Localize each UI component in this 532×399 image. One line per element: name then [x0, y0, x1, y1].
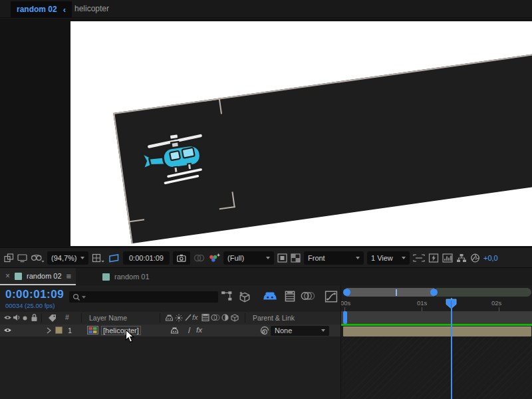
layer-duration-bar[interactable] [343, 327, 531, 336]
solo-icon[interactable] [23, 316, 27, 321]
chevron-down-icon [321, 329, 325, 332]
search-input[interactable] [69, 291, 218, 303]
resolution-value: (Full) [227, 254, 244, 262]
graph-editor-icon[interactable] [325, 291, 338, 303]
snapshot-button[interactable] [173, 251, 190, 265]
view-count-value: 1 View [371, 254, 393, 262]
stacked-frames-icon[interactable] [4, 253, 14, 263]
column-divider [81, 313, 82, 323]
adjustment-layer-switch-icon[interactable] [221, 314, 229, 321]
view-count-select[interactable]: 1 View [367, 251, 410, 265]
helicopter-artwork[interactable] [136, 125, 215, 196]
view-layout-3d-select[interactable]: Front [304, 251, 364, 265]
mini-flowchart-icon[interactable] [456, 253, 467, 263]
chevron-right-icon[interactable] [47, 327, 51, 334]
channel-rgb-icon[interactable] [208, 253, 220, 263]
layer-index: 1 [68, 327, 72, 334]
timeline-empty-area[interactable] [341, 336, 532, 399]
magnifier-icon [72, 293, 80, 301]
composition-canvas[interactable] [70, 21, 532, 246]
layer-row-helicopter[interactable]: 1 [helicopter] / fx None [0, 325, 341, 336]
panel-menu-icon[interactable]: ≡ [66, 271, 71, 281]
comp-mini-flowchart-icon[interactable] [221, 291, 233, 301]
draft-3d-icon[interactable] [238, 291, 251, 303]
tab-random-02[interactable]: random 02 ‹ [11, 1, 72, 17]
pick-whip-icon[interactable] [260, 326, 269, 335]
layer-label-color-swatch[interactable] [55, 327, 63, 334]
close-icon[interactable]: × [5, 271, 10, 281]
time-navigator-track[interactable] [343, 288, 531, 297]
navigator-end-handle-icon[interactable] [430, 289, 438, 296]
pixel-aspect-icon[interactable] [428, 253, 439, 263]
work-area-bar[interactable] [341, 311, 532, 324]
work-area-start-handle-icon[interactable] [343, 311, 347, 324]
label-tag-icon[interactable] [48, 314, 57, 322]
selection-corner-icon[interactable] [204, 98, 222, 116]
timeline-graph-area: 0:00s 01s 02s [341, 285, 532, 399]
fit-frame-icon[interactable] [413, 253, 425, 263]
frame-blend-icon[interactable] [284, 291, 296, 302]
exposure-offset-value[interactable]: +0,0 [483, 254, 498, 262]
preview-timecode[interactable]: 0:00:01:09 [123, 251, 170, 265]
resolution-select[interactable]: (Full) [223, 251, 274, 265]
viewer-toolbar: (94,7%) 0:00:01:09 (Full) [0, 247, 532, 267]
index-column-header[interactable]: # [65, 313, 69, 321]
playhead-line[interactable] [451, 298, 452, 399]
parent-select[interactable]: None [271, 326, 329, 336]
transparency-grid-icon[interactable] [277, 253, 287, 263]
column-divider [160, 313, 160, 323]
collapse-transformations-icon[interactable] [175, 314, 183, 322]
chevron-down-icon [266, 257, 270, 259]
layer-columns-header: # Layer Name fx [0, 312, 341, 325]
frame-counter: 00034 (25.00 fps) [5, 302, 55, 309]
time-navigator-visible-range[interactable] [346, 288, 434, 297]
eye-icon[interactable] [3, 314, 12, 321]
parent-link-column-header[interactable]: Parent & Link [253, 314, 295, 322]
checkerboard-icon[interactable] [291, 253, 301, 263]
three-d-switch-icon[interactable] [231, 314, 239, 322]
magnification-select[interactable]: (94,7%) [47, 251, 88, 265]
layer-visibility-eye-icon[interactable] [3, 327, 12, 334]
navigator-start-handle-icon[interactable] [343, 289, 350, 296]
lock-icon[interactable] [31, 313, 38, 322]
layer-shy-switch-icon[interactable] [170, 327, 179, 334]
playhead-icon[interactable] [446, 299, 457, 309]
layer-fx-switch[interactable]: fx [196, 326, 202, 334]
layer-name-column-header[interactable]: Layer Name [89, 314, 127, 322]
grid-options-icon[interactable] [92, 253, 105, 263]
cached-frames-indicator [341, 324, 532, 326]
motion-blur-icon[interactable] [301, 291, 315, 301]
timeline-tab-random-02[interactable]: × random 02 ≡ [0, 268, 76, 285]
tab-overflow-chevron-icon[interactable]: ‹ [63, 5, 66, 15]
viewer-tab-bar: random 02 ‹ helicopter [0, 0, 532, 18]
quality-switch-icon[interactable] [185, 314, 192, 321]
motion-blur-switch-icon[interactable] [211, 314, 220, 321]
tab-helicopter[interactable]: helicopter [74, 4, 109, 13]
pane-divider[interactable] [340, 285, 341, 399]
speaker-icon[interactable] [13, 314, 21, 321]
layer-thumbnail-icon[interactable] [87, 326, 98, 334]
selection-corner-icon[interactable] [126, 204, 144, 222]
mouse-cursor-icon [125, 329, 136, 344]
exposure-histogram-icon[interactable] [442, 253, 453, 263]
shy-layers-icon[interactable] [262, 291, 278, 301]
chevron-down-icon [402, 257, 406, 259]
stereo-glasses-icon[interactable] [31, 253, 44, 263]
comp-icon [15, 273, 22, 280]
monitor-icon[interactable] [17, 253, 27, 263]
timeline-tab-bar: × random 02 ≡ random 01 [0, 268, 532, 285]
timeline-tab-random-01[interactable]: random 01 [97, 268, 155, 285]
search-options-chevron-icon[interactable] [82, 296, 86, 299]
time-navigator-remainder[interactable] [436, 288, 531, 297]
selection-corner-icon[interactable] [217, 192, 235, 209]
effects-switch-label[interactable]: fx [192, 313, 198, 321]
current-time-display[interactable]: 0:00:01:09 [5, 288, 64, 301]
layer-quality-switch[interactable]: / [188, 326, 190, 335]
shutter-reset-icon[interactable] [470, 253, 480, 263]
show-snapshot-icon[interactable] [194, 253, 205, 263]
view-layout-3d-value: Front [308, 254, 325, 262]
region-of-interest-icon[interactable] [108, 253, 120, 263]
frame-blend-switch-icon[interactable] [201, 314, 209, 321]
shy-switch-icon[interactable] [165, 314, 174, 321]
composition-viewer[interactable] [0, 19, 532, 247]
